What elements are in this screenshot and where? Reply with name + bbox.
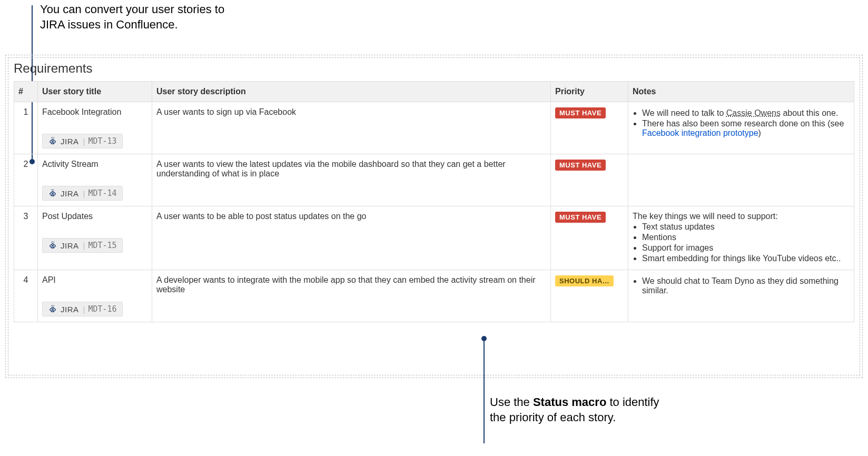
story-title: Post Updates <box>42 212 147 221</box>
notes-text: We should chat to Team Dyno as they did … <box>642 276 839 295</box>
cell-description: A user wants to sign up via Facebook <box>152 102 551 154</box>
section-title: Requirements <box>14 61 854 76</box>
jira-issue-pill[interactable]: JIRA|MDT-14 <box>42 186 123 201</box>
notes-list-item: Support for images <box>642 243 850 253</box>
callout-leader-line <box>484 338 485 443</box>
priority-status[interactable]: SHOULD HA… <box>555 275 614 286</box>
cell-notes <box>628 154 854 206</box>
jira-separator: | <box>82 241 86 250</box>
svg-point-1 <box>54 137 54 138</box>
cell-priority: MUST HAVE <box>551 154 628 206</box>
notes-list-item: Mentions <box>642 233 850 242</box>
notes-text: ) <box>758 128 761 137</box>
callout-convert-jira: You can convert your user stories to JIR… <box>40 2 240 32</box>
cell-priority: MUST HAVE <box>551 102 628 154</box>
jira-label: JIRA <box>60 189 80 198</box>
col-header-num: # <box>14 82 38 102</box>
notes-intro: The key things we will need to support: <box>633 212 850 221</box>
story-title: Activity Stream <box>42 160 147 169</box>
cell-title: Facebook IntegrationJIRA|MDT-13 <box>38 102 152 154</box>
notes-text: There has also been some research done o… <box>642 119 844 128</box>
jira-issue-pill[interactable]: JIRA|MDT-16 <box>42 302 123 316</box>
svg-point-2 <box>52 137 53 137</box>
col-header-title: User story title <box>38 82 152 102</box>
jira-separator: | <box>82 137 86 146</box>
table-row: 1Facebook IntegrationJIRA|MDT-13A user w… <box>14 102 854 154</box>
cell-notes: The key things we will need to support:T… <box>628 206 854 270</box>
notes-list: We will need to talk to Cassie Owens abo… <box>642 108 850 138</box>
svg-point-0 <box>51 137 52 138</box>
table-row: 2Activity StreamJIRA|MDT-14A user wants … <box>14 154 854 206</box>
svg-point-5 <box>52 189 53 190</box>
editor-selection-outer: Requirements # User story title User sto… <box>5 55 863 378</box>
jira-icon <box>48 136 57 146</box>
jira-issue-key: MDT-15 <box>88 241 116 250</box>
story-title: Facebook Integration <box>42 107 147 117</box>
jira-label: JIRA <box>60 241 80 250</box>
svg-point-7 <box>54 242 54 242</box>
user-mention[interactable]: Cassie Owens <box>726 108 781 117</box>
jira-icon <box>48 304 57 314</box>
notes-text: about this one. <box>781 108 838 117</box>
priority-status[interactable]: MUST HAVE <box>555 160 606 171</box>
jira-issue-key: MDT-16 <box>88 304 116 314</box>
editor-selection-inner: Requirements # User story title User sto… <box>8 57 860 375</box>
callout-status-macro: Use the Status macro to identify the pri… <box>490 395 664 425</box>
cell-description: A developer wants to integrate with the … <box>152 270 551 322</box>
row-number: 4 <box>14 270 38 322</box>
callout-text-bold: Status macro <box>533 395 606 409</box>
jira-icon <box>48 189 57 198</box>
cell-description: A user wants to be able to post status u… <box>152 206 551 270</box>
svg-point-8 <box>52 241 53 242</box>
row-number: 3 <box>14 206 38 270</box>
row-number: 1 <box>14 102 38 154</box>
notes-link[interactable]: Facebook integration prototype <box>642 128 758 137</box>
jira-issue-pill[interactable]: JIRA|MDT-15 <box>42 238 123 253</box>
col-header-prio: Priority <box>551 82 628 102</box>
row-number: 2 <box>14 154 38 206</box>
jira-issue-pill[interactable]: JIRA|MDT-13 <box>42 134 123 148</box>
jira-separator: | <box>82 305 86 314</box>
svg-point-11 <box>52 305 53 305</box>
cell-priority: MUST HAVE <box>551 206 628 270</box>
notes-list: Text status updatesMentionsSupport for i… <box>642 222 850 263</box>
callout-text: Use the <box>490 395 533 409</box>
jira-icon <box>48 241 57 250</box>
cell-description: A user wants to view the latest updates … <box>152 154 551 206</box>
cell-title: Post UpdatesJIRA|MDT-15 <box>38 206 152 270</box>
cell-notes: We should chat to Team Dyno as they did … <box>628 270 854 322</box>
col-header-desc: User story description <box>152 82 551 102</box>
notes-list-item: There has also been some research done o… <box>642 119 850 138</box>
notes-list-item: We will need to talk to Cassie Owens abo… <box>642 108 850 118</box>
cell-title: Activity StreamJIRA|MDT-14 <box>38 154 152 206</box>
notes-list-item: We should chat to Team Dyno as they did … <box>642 276 850 295</box>
notes-list-item: Text status updates <box>642 222 850 232</box>
cell-priority: SHOULD HA… <box>551 270 628 322</box>
priority-status[interactable]: MUST HAVE <box>555 107 606 118</box>
jira-separator: | <box>82 189 86 198</box>
svg-point-4 <box>54 190 54 190</box>
notes-list: We should chat to Team Dyno as they did … <box>642 276 850 295</box>
table-header-row: # User story title User story descriptio… <box>14 82 854 102</box>
svg-point-9 <box>51 305 52 306</box>
jira-issue-key: MDT-13 <box>88 136 116 146</box>
jira-label: JIRA <box>60 305 80 314</box>
requirements-table: # User story title User story descriptio… <box>14 81 854 322</box>
svg-point-6 <box>51 242 52 242</box>
cell-title: APIJIRA|MDT-16 <box>38 270 152 322</box>
notes-list-item: Smart embedding for things like YouTube … <box>642 254 850 263</box>
jira-issue-key: MDT-14 <box>88 189 116 198</box>
svg-point-3 <box>51 190 52 190</box>
table-row: 4APIJIRA|MDT-16A developer wants to inte… <box>14 270 854 322</box>
cell-notes: We will need to talk to Cassie Owens abo… <box>628 102 854 154</box>
table-row: 3Post UpdatesJIRA|MDT-15A user wants to … <box>14 206 854 270</box>
story-title: API <box>42 275 147 285</box>
notes-text: We will need to talk to <box>642 108 726 117</box>
col-header-notes: Notes <box>628 82 854 102</box>
priority-status[interactable]: MUST HAVE <box>555 212 606 223</box>
jira-label: JIRA <box>60 137 80 146</box>
callout-leader-dot <box>481 336 487 341</box>
svg-point-10 <box>54 305 54 306</box>
